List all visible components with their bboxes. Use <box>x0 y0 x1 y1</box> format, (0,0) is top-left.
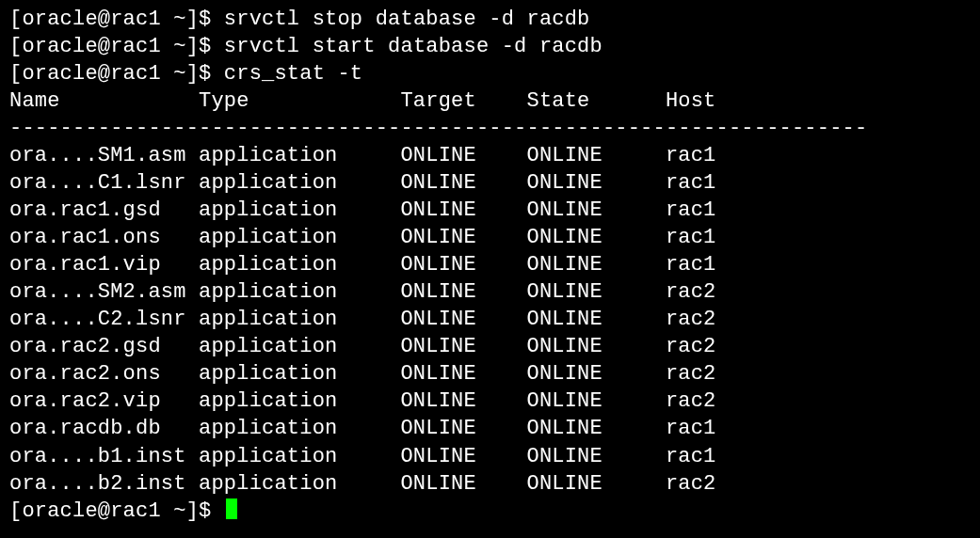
table-row: ora.rac2.ons application ONLINE ONLINE r… <box>9 360 971 388</box>
prompt: [oracle@rac1 ~]$ <box>9 499 224 523</box>
table-row: ora....b1.inst application ONLINE ONLINE… <box>9 443 971 470</box>
table-separator: ----------------------------------------… <box>9 115 971 142</box>
table-row: ora....C2.lsnr application ONLINE ONLINE… <box>9 306 971 333</box>
prompt: [oracle@rac1 ~]$ <box>9 8 224 31</box>
prompt: [oracle@rac1 ~]$ <box>9 35 224 58</box>
prompt-line[interactable]: [oracle@rac1 ~]$ <box>9 498 971 525</box>
table-body: ora....SM1.asm application ONLINE ONLINE… <box>9 142 971 497</box>
command-line: [oracle@rac1 ~]$ crs_stat -t <box>9 60 971 87</box>
command-text: srvctl start database -d racdb <box>224 35 602 58</box>
prompt: [oracle@rac1 ~]$ <box>9 62 224 86</box>
table-header: Name Type Target State Host <box>9 87 971 115</box>
table-row: ora.racdb.db application ONLINE ONLINE r… <box>9 415 971 442</box>
terminal-window[interactable]: [oracle@rac1 ~]$ srvctl stop database -d… <box>0 0 980 538</box>
table-row: ora....SM2.asm application ONLINE ONLINE… <box>9 278 971 306</box>
command-line: [oracle@rac1 ~]$ srvctl stop database -d… <box>9 6 971 33</box>
table-row: ora.rac1.ons application ONLINE ONLINE r… <box>9 224 971 251</box>
command-line: [oracle@rac1 ~]$ srvctl start database -… <box>9 33 971 60</box>
table-row: ora.rac1.gsd application ONLINE ONLINE r… <box>9 197 971 224</box>
table-row: ora.rac1.vip application ONLINE ONLINE r… <box>9 251 971 278</box>
table-row: ora....SM1.asm application ONLINE ONLINE… <box>9 142 971 169</box>
table-row: ora....b2.inst application ONLINE ONLINE… <box>9 470 971 498</box>
table-row: ora....C1.lsnr application ONLINE ONLINE… <box>9 169 971 197</box>
command-text: srvctl stop database -d racdb <box>224 8 590 31</box>
cursor-icon <box>226 498 237 519</box>
table-row: ora.rac2.gsd application ONLINE ONLINE r… <box>9 333 971 360</box>
command-text: crs_stat -t <box>224 62 362 86</box>
table-row: ora.rac2.vip application ONLINE ONLINE r… <box>9 388 971 415</box>
